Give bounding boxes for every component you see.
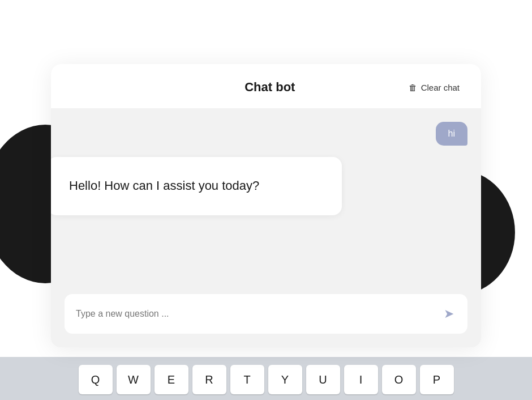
clear-chat-label: Clear chat	[421, 83, 460, 92]
key-e[interactable]: E	[155, 365, 188, 394]
bot-bubble-text: Hello! How can I assist you today?	[69, 177, 320, 195]
keyboard: Q W E R T Y U I O P	[0, 357, 532, 400]
input-area: ➤	[51, 290, 481, 347]
key-r[interactable]: R	[192, 365, 226, 394]
chat-header: Chat bot 🗑 Clear chat	[51, 64, 481, 108]
key-y[interactable]: Y	[268, 365, 302, 394]
key-t[interactable]: T	[230, 365, 264, 394]
user-bubble: hi	[436, 122, 467, 146]
input-wrapper: ➤	[65, 294, 467, 334]
clear-chat-button[interactable]: 🗑 Clear chat	[404, 80, 464, 95]
trash-icon: 🗑	[409, 83, 417, 92]
keyboard-row-1: Q W E R T Y U I O P	[6, 365, 526, 394]
messages-area: hi Hello! How can I assist you today?	[51, 108, 481, 290]
key-o[interactable]: O	[382, 365, 416, 394]
key-w[interactable]: W	[117, 365, 151, 394]
key-i[interactable]: I	[344, 365, 378, 394]
send-button[interactable]: ➤	[441, 304, 456, 324]
bot-message: Hello! How can I assist you today?	[51, 157, 342, 215]
chat-title: Chat bot	[136, 80, 404, 95]
chat-window: Chat bot 🗑 Clear chat hi Hello! How can …	[51, 64, 481, 347]
key-q[interactable]: Q	[79, 365, 113, 394]
chat-input[interactable]	[76, 309, 435, 319]
key-p[interactable]: P	[420, 365, 454, 394]
key-u[interactable]: U	[306, 365, 340, 394]
send-icon: ➤	[444, 307, 454, 321]
user-message: hi	[65, 122, 467, 146]
